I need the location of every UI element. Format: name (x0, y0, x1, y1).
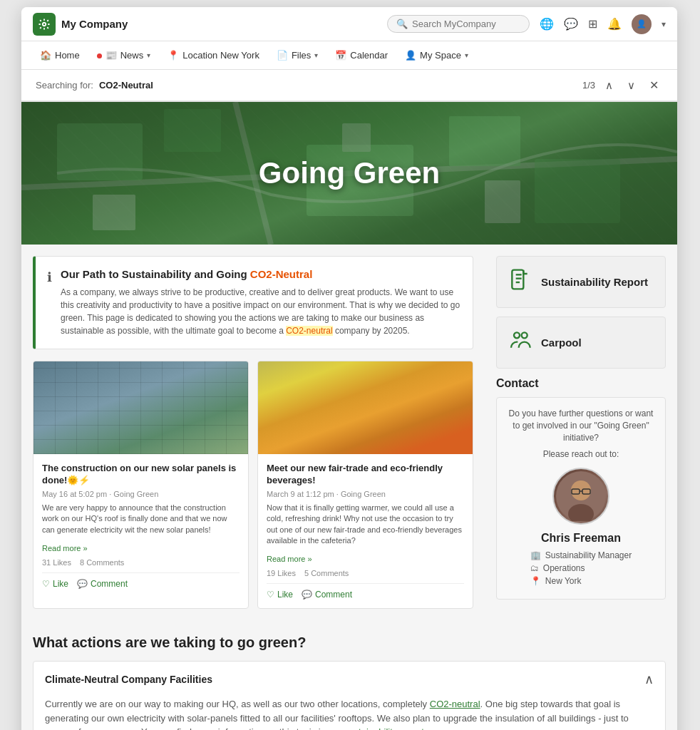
svg-rect-7 (449, 116, 520, 166)
files-icon: 📄 (277, 50, 288, 61)
accordion-toggle-icon: ∧ (644, 672, 654, 687)
grid-icon[interactable]: ⊞ (588, 17, 597, 31)
beverages-likes: 19 Likes (267, 569, 296, 577)
articles-row: The construction on our new solar panels… (33, 361, 473, 609)
search-icon: 🔍 (396, 19, 408, 29)
left-column: ℹ Our Path to Sustainability and Going C… (21, 245, 485, 620)
svg-rect-12 (512, 270, 523, 289)
bottom-section: What actions are we taking to go green? … (21, 620, 677, 730)
solar-comment-button[interactable]: 💬 Comment (77, 579, 128, 589)
report-label: Sustainability Report (541, 276, 648, 288)
article-text-beverages: Now that it is finally getting warmer, w… (267, 503, 464, 547)
nav-myspace-label: My Space (420, 50, 461, 61)
nav-home-label: Home (55, 50, 80, 61)
solar-like-button[interactable]: ♡ Like (42, 579, 68, 589)
avatar-dropdown[interactable]: ▾ (662, 19, 666, 29)
contact-section: Contact Do you have further questions or… (496, 377, 666, 600)
search-close-button[interactable]: ✕ (645, 77, 663, 93)
info-icon: ℹ (47, 269, 52, 337)
svg-point-17 (522, 332, 527, 338)
role-icon: 🏢 (530, 550, 541, 560)
article-meta-solar: May 16 at 5:02 pm · Going Green (42, 490, 240, 498)
article-actions-solar: ♡ Like 💬 Comment (42, 572, 240, 589)
nav-location[interactable]: 📍 Location New York (160, 46, 267, 65)
search-overlay: Searching for: CO2-Neutral 1/3 ∧ ∨ ✕ (21, 70, 677, 102)
svg-rect-9 (93, 195, 135, 230)
nav-news-label: News (120, 50, 144, 61)
searching-label: Searching for: (36, 80, 93, 91)
company-name: My Company (61, 18, 128, 30)
article-img-solar (34, 361, 248, 454)
contact-name: Chris Freeman (507, 532, 655, 545)
hero-section: Going Green (21, 102, 677, 245)
solar-likes: 31 Likes (42, 558, 71, 567)
logo-icon (33, 13, 56, 36)
chat-icon[interactable]: 💬 (564, 17, 578, 31)
svg-rect-8 (535, 159, 620, 223)
info-body: As a company, we always strive to be pro… (61, 286, 461, 337)
navbar: 🏠 Home 📰 News ▾ 📍 Location New York 📄 Fi… (21, 41, 677, 70)
search-term: CO2-Neutral (99, 80, 153, 91)
carpool-icon (508, 329, 531, 356)
nav-myspace[interactable]: 👤 My Space ▾ (398, 46, 475, 65)
contact-details: 🏢 Sustainability Manager 🗂 Operations 📍 … (530, 550, 632, 589)
solar-comments: 8 Comments (80, 558, 124, 567)
like-icon: ♡ (42, 579, 50, 589)
bell-icon[interactable]: 🔔 (607, 17, 622, 31)
svg-rect-11 (485, 180, 520, 223)
beverages-image (258, 361, 473, 454)
contact-avatar[interactable] (552, 468, 609, 525)
sustainability-report-widget[interactable]: Sustainability Report (496, 256, 666, 308)
contact-dept: 🗂 Operations (530, 563, 632, 573)
info-content: Our Path to Sustainability and Going CO2… (61, 268, 461, 337)
right-column: Sustainability Report Carpool Contact (485, 245, 677, 620)
article-title-beverages: Meet our new fair-trade and eco-friendly… (267, 463, 464, 487)
news-dropdown-icon: ▾ (147, 51, 150, 59)
contact-avatar-wrap (507, 468, 655, 525)
solar-panel-image (34, 361, 248, 454)
location-pin-icon: 📍 (530, 576, 541, 586)
article-stats-beverages: 19 Likes 5 Comments (267, 569, 464, 577)
search-prev-button[interactable]: ∧ (601, 78, 617, 93)
carpool-widget[interactable]: Carpool (496, 317, 666, 369)
accordion-header[interactable]: Climate-Neutral Company Facilities ∧ (34, 662, 665, 697)
nav-calendar-label: Calendar (350, 50, 388, 61)
article-meta-beverages: March 9 at 1:12 pm · Going Green (267, 490, 464, 498)
contact-card: Do you have further questions or want to… (496, 397, 666, 600)
news-icon: 📰 (105, 50, 117, 61)
info-title: Our Path to Sustainability and Going CO2… (61, 268, 461, 280)
nav-news[interactable]: 📰 News ▾ (90, 46, 158, 65)
article-card-beverages: Meet our new fair-trade and eco-friendly… (257, 361, 473, 609)
logo[interactable]: My Company (33, 13, 128, 36)
hero-title: Going Green (259, 156, 440, 190)
carpool-label: Carpool (541, 336, 582, 349)
myspace-icon: 👤 (405, 50, 416, 61)
article-stats-solar: 31 Likes 8 Comments (42, 558, 240, 567)
beverages-like-button[interactable]: ♡ Like (267, 590, 293, 600)
search-bar[interactable]: 🔍 (387, 15, 530, 33)
globe-icon[interactable]: 🌐 (540, 17, 554, 31)
read-more-beverages[interactable]: Read more » (267, 555, 312, 563)
contact-role: 🏢 Sustainability Manager (530, 550, 632, 560)
nav-files-label: Files (292, 50, 311, 61)
report-icon (508, 268, 531, 296)
bottom-title: What actions are we taking to go green? (33, 634, 666, 651)
article-img-beverages (258, 361, 473, 454)
search-next-button[interactable]: ∨ (623, 78, 639, 93)
avatar[interactable]: 👤 (632, 14, 652, 34)
nav-calendar[interactable]: 📅 Calendar (328, 46, 395, 65)
news-dot (97, 50, 102, 61)
info-box: ℹ Our Path to Sustainability and Going C… (33, 256, 473, 349)
nav-home[interactable]: 🏠 Home (33, 46, 87, 65)
search-input[interactable] (412, 19, 520, 29)
home-icon: 🏠 (40, 50, 51, 61)
files-dropdown-icon: ▾ (314, 51, 318, 59)
contact-title: Contact (496, 377, 666, 390)
beverages-comment-button[interactable]: 💬 Comment (302, 590, 352, 600)
read-more-solar[interactable]: Read more » (42, 544, 88, 552)
nav-files[interactable]: 📄 Files ▾ (269, 46, 325, 65)
beverages-comments: 5 Comments (304, 569, 349, 577)
main-content: ℹ Our Path to Sustainability and Going C… (21, 245, 677, 620)
contact-reach: Please reach out to: (507, 449, 655, 459)
calendar-icon: 📅 (335, 50, 346, 61)
